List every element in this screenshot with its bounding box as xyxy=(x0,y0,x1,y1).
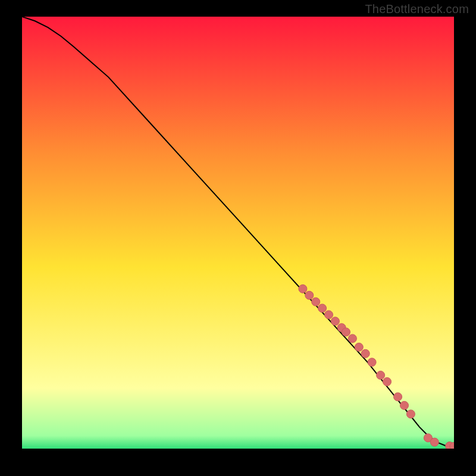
data-marker xyxy=(400,401,409,409)
data-marker xyxy=(318,304,327,312)
data-marker xyxy=(383,378,392,386)
data-marker xyxy=(348,334,356,343)
data-marker xyxy=(355,343,363,351)
data-marker xyxy=(430,438,439,446)
data-marker xyxy=(377,371,385,380)
data-marker xyxy=(305,291,314,299)
plot-area xyxy=(22,17,454,449)
data-marker xyxy=(406,410,415,418)
chart-svg xyxy=(22,17,454,449)
data-marker xyxy=(312,298,320,306)
data-marker xyxy=(299,284,307,293)
data-marker xyxy=(325,311,333,319)
attribution-text: TheBottleneck.com xyxy=(365,2,469,16)
data-marker xyxy=(368,358,376,367)
data-marker xyxy=(361,349,369,358)
data-marker xyxy=(331,317,339,325)
data-marker xyxy=(394,393,402,401)
chart-stage: TheBottleneck.com xyxy=(0,0,476,476)
data-marker xyxy=(342,328,350,336)
